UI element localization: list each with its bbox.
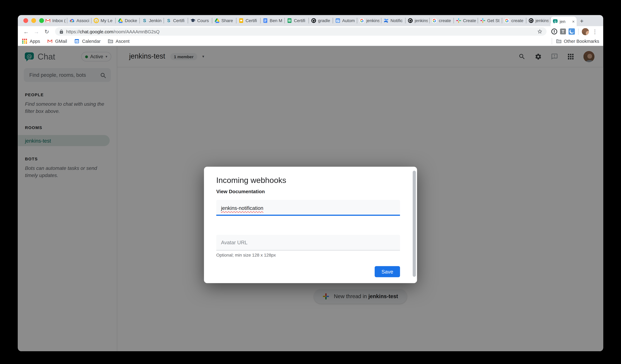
svg-text:@: @: [554, 20, 557, 23]
folder-icon: [556, 38, 562, 44]
skillsoft-favicon-icon: S: [142, 18, 147, 23]
dialog-scrollbar-thumb[interactable]: [413, 171, 416, 277]
confluence-favicon-icon: [383, 18, 389, 23]
slides-favicon-icon: [238, 18, 244, 23]
bookmark-apps[interactable]: Apps: [22, 38, 40, 44]
back-button[interactable]: ←: [22, 27, 31, 36]
browser-tab-notific[interactable]: Notific: [381, 15, 405, 26]
bookmark-calendar[interactable]: 17Calendar: [74, 38, 101, 44]
tab-label: My Le: [101, 18, 112, 23]
bookmark-gmail[interactable]: GMail: [47, 38, 67, 44]
browser-tab-get-st[interactable]: Get St: [478, 15, 502, 26]
new-tab-button[interactable]: +: [577, 16, 587, 25]
dialog-scrollbar[interactable]: [413, 169, 416, 281]
svg-text:17: 17: [76, 40, 78, 43]
webhook-name-value: jenkins-notification: [221, 205, 263, 211]
bookmark-label: Apps: [30, 39, 40, 44]
view-documentation-link[interactable]: View Documentation: [216, 189, 265, 194]
screenshot-stage: Inbox (AssociMy LeDockeSJenkinSCertifiCo…: [0, 0, 621, 364]
browser-tab-jen[interactable]: @jen×: [551, 17, 577, 26]
slack-favicon-icon: [480, 18, 486, 23]
webhook-name-field[interactable]: jenkins-notification: [216, 200, 400, 216]
browser-tab-cours[interactable]: Cours: [188, 15, 212, 26]
forward-button[interactable]: →: [32, 27, 41, 36]
gmail-icon: [47, 38, 53, 44]
blue-extension-icon[interactable]: [568, 28, 575, 35]
calendar-favicon-icon: 17: [335, 18, 341, 23]
browser-tab-autom[interactable]: 17Autom: [333, 15, 357, 26]
bookmark-star-icon[interactable]: [537, 29, 543, 34]
browser-tab-share[interactable]: Share: [212, 15, 236, 26]
drive-favicon-icon: [118, 18, 123, 23]
calendar-icon: 17: [74, 38, 80, 44]
browser-profile-avatar[interactable]: [582, 28, 589, 35]
browser-tab-my-le[interactable]: My Le: [92, 15, 116, 26]
tab-label: create: [511, 18, 523, 23]
dialog-title: Incoming webhooks: [216, 176, 286, 185]
browser-tab-ben-m[interactable]: Ben M: [261, 15, 285, 26]
browser-tab-jenkins[interactable]: jenkins: [405, 15, 430, 26]
browser-tab-associ[interactable]: Associ: [67, 15, 91, 26]
bookmark-ascent[interactable]: Ascent: [108, 38, 130, 44]
tab-label: Ben M: [270, 18, 282, 23]
avatar-url-field[interactable]: [216, 235, 400, 251]
tab-label: jenkins: [366, 18, 380, 23]
t-extension-icon[interactable]: T: [559, 28, 566, 35]
browser-tabs: Inbox (AssociMy LeDockeSJenkinSCertifiCo…: [43, 15, 577, 26]
browser-window: Inbox (AssociMy LeDockeSJenkinSCertifiCo…: [18, 15, 603, 351]
tab-label: Certifi: [245, 18, 257, 23]
target-yellow-favicon-icon: [93, 18, 99, 23]
browser-tab-create[interactable]: create: [430, 15, 454, 26]
google-favicon-icon: [359, 18, 365, 23]
tab-label: Share: [222, 18, 233, 23]
avatar-url-input[interactable]: [216, 235, 400, 250]
tab-label: Inbox (: [52, 18, 65, 23]
browser-tab-certifi[interactable]: Certifi: [236, 15, 260, 26]
github-favicon-icon: [311, 18, 317, 23]
bookmark-label: Calendar: [82, 39, 101, 44]
tab-label: Associ: [76, 18, 89, 23]
svg-text:T: T: [562, 29, 564, 34]
browser-tab-inbox-[interactable]: Inbox (: [43, 15, 67, 26]
tab-close-icon[interactable]: ×: [572, 19, 575, 24]
close-window-button[interactable]: [23, 18, 28, 23]
browser-tab-create[interactable]: create: [502, 15, 526, 26]
svg-text:S: S: [167, 18, 170, 23]
sheets-favicon-icon: [287, 18, 292, 23]
password-manager-extension-icon[interactable]: [551, 28, 558, 35]
browser-tab-gradle[interactable]: gradle: [309, 15, 333, 26]
other-bookmarks-label: Other Bookmarks: [564, 39, 599, 44]
incoming-webhooks-dialog: Incoming webhooks View Documentation jen…: [204, 167, 417, 283]
chrome-menu-button[interactable]: ⋮: [590, 27, 599, 36]
reload-button[interactable]: ↻: [42, 27, 51, 36]
minimize-window-button[interactable]: [31, 18, 36, 23]
gcp-favicon-icon: [69, 18, 75, 23]
browser-tab-certifi[interactable]: Certifi: [285, 15, 309, 26]
svg-text:S: S: [143, 18, 146, 23]
gmail-favicon-icon: [45, 18, 51, 23]
browser-tab-docke[interactable]: Docke: [116, 15, 140, 26]
browser-tab-jenkin[interactable]: SJenkin: [140, 15, 164, 26]
toolbar-divider: [578, 28, 579, 35]
browser-tab-jenkins[interactable]: jenkins: [357, 15, 381, 26]
lock-icon: [59, 29, 64, 34]
other-bookmarks-button[interactable]: Other Bookmarks: [550, 38, 599, 44]
bookmark-label: GMail: [55, 39, 67, 44]
gradcap-favicon-icon: [190, 18, 196, 23]
browser-tab-create[interactable]: Create: [454, 15, 478, 26]
slack-favicon-icon: [456, 18, 461, 23]
tab-label: Certifi: [294, 18, 305, 23]
github-favicon-icon: [408, 18, 413, 23]
tab-label: Certifi: [173, 18, 184, 23]
tab-label: jenkins: [415, 18, 428, 23]
google-favicon-icon: [432, 18, 437, 23]
tab-label: Get St: [487, 18, 499, 23]
save-button[interactable]: Save: [375, 266, 400, 277]
address-bar[interactable]: https://chat.google.com/room/AAAAmnBG2sQ: [55, 27, 547, 35]
tab-label: Cours: [197, 18, 209, 23]
skillsoft-favicon-icon: S: [166, 18, 172, 23]
browser-tab-jenkins[interactable]: jenkins: [526, 15, 551, 26]
tab-strip: Inbox (AssociMy LeDockeSJenkinSCertifiCo…: [18, 15, 603, 26]
tab-label: Jenkin: [149, 18, 161, 23]
browser-tab-certifi[interactable]: SCertifi: [164, 15, 188, 26]
